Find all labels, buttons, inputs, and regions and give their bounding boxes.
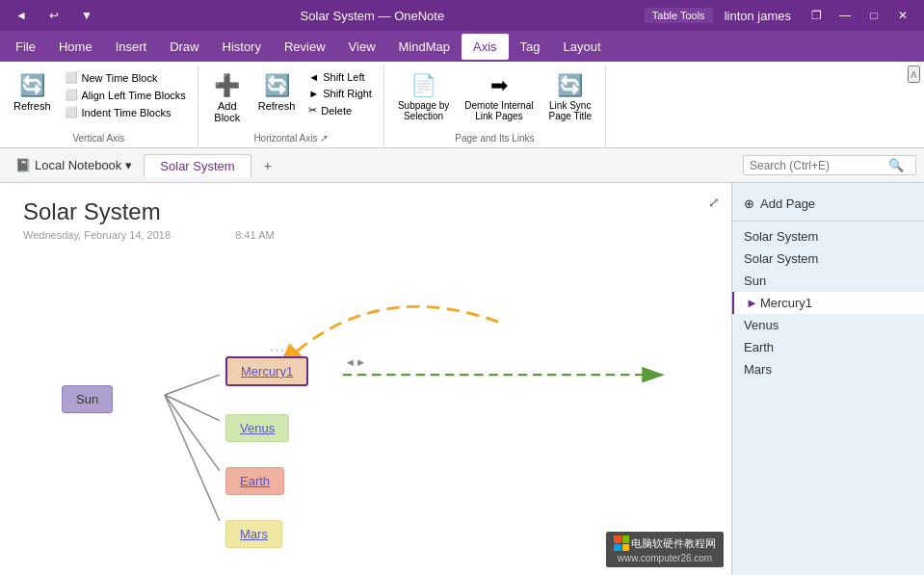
horizontal-axis-label: Horizontal Axis ↗: [253, 129, 328, 144]
menu-review[interactable]: Review: [273, 34, 337, 60]
maximize-button[interactable]: □: [860, 6, 887, 25]
mindmap-svg: ··· ◄►: [23, 260, 708, 530]
node-mars[interactable]: Mars: [225, 520, 282, 548]
watermark-logo: 电脑软硬件教程网: [614, 536, 716, 551]
page-links-label: Page and Its Links: [455, 129, 534, 144]
svg-line-1: [165, 395, 220, 421]
menu-bar: File Home Insert Draw History Review Vie…: [0, 31, 924, 62]
restore-button[interactable]: ❐: [803, 6, 830, 25]
sidebar-page-earth[interactable]: Earth: [732, 336, 924, 358]
watermark: 电脑软硬件教程网 www.computer26.com: [606, 532, 724, 567]
menu-layout[interactable]: Layout: [552, 34, 613, 60]
align-left-label: Align Left Time Blocks: [82, 90, 186, 101]
sidebar-section-title: Solar System: [732, 225, 924, 248]
menu-draw[interactable]: Draw: [158, 34, 210, 60]
expand-icon[interactable]: ↗: [320, 133, 328, 144]
title-bar: ◄ ↩ ▼ Solar System — OneNote Table Tools…: [0, 0, 924, 31]
ribbon-group-page-links: 📄 Subpage bySelection ➡ Demote InternalL…: [384, 65, 606, 147]
search-box: 🔍: [743, 155, 916, 175]
subpage-by-selection-button[interactable]: 📄 Subpage bySelection: [392, 69, 455, 125]
shift-left-icon: ◄: [308, 71, 319, 83]
sidebar-page-solar-system[interactable]: Solar System: [732, 248, 924, 270]
close-button[interactable]: ✕: [889, 6, 916, 25]
add-block-button[interactable]: ➕ AddBlock: [206, 69, 249, 127]
ribbon-refresh-small-button[interactable]: 🔄 Refresh: [252, 69, 302, 116]
quick-access-button[interactable]: ▼: [73, 6, 100, 25]
vertical-axis-label: Vertical Axis: [72, 129, 124, 144]
subpage-icon: 📄: [410, 73, 436, 98]
search-icon: 🔍: [888, 158, 904, 172]
menu-tag[interactable]: Tag: [509, 34, 552, 60]
menu-file[interactable]: File: [4, 34, 47, 60]
svg-line-2: [165, 395, 220, 471]
ribbon-shift-group: ◄ Shift Left ► Shift Right ✂ Delete: [304, 69, 376, 118]
demote-label: Demote InternalLink Pages: [464, 100, 533, 121]
undo-button[interactable]: ↩: [40, 6, 67, 25]
user-name: linton james: [725, 9, 791, 23]
menu-axis[interactable]: Axis: [462, 34, 509, 60]
add-page-label: Add Page: [760, 196, 815, 211]
expand-page-button[interactable]: ⤢: [708, 195, 720, 210]
mindmap-area: ··· ◄► Sun Mercury1 Venus Earth Mars: [23, 260, 708, 530]
link-sync-button[interactable]: 🔄 Link SyncPage Title: [542, 69, 596, 125]
window-controls: ❐ — □ ✕: [803, 6, 916, 25]
ribbon-refresh-large-button[interactable]: 🔄 Refresh: [8, 69, 57, 116]
new-tab-button[interactable]: +: [255, 153, 280, 178]
node-sun[interactable]: Sun: [62, 385, 113, 413]
shift-right-icon: ►: [308, 88, 319, 99]
node-earth[interactable]: Earth: [225, 467, 284, 495]
indent-label: Indent Time Blocks: [82, 107, 172, 118]
sidebar-page-mercury1[interactable]: ►Mercury1: [732, 292, 924, 314]
titlebar-left: ◄ ↩ ▼: [8, 6, 100, 25]
time-text: 8:41 AM: [235, 229, 274, 241]
menu-home[interactable]: Home: [47, 34, 104, 60]
subpage-label: Subpage bySelection: [398, 100, 449, 121]
indent-time-blocks-button[interactable]: ⬜ Indent Time Blocks: [61, 104, 190, 120]
svg-text:◄►: ◄►: [345, 356, 366, 368]
back-button[interactable]: ◄: [8, 6, 35, 25]
add-block-icon: ➕: [214, 73, 240, 98]
ribbon: 🔄 Refresh ⬜ New Time Block ⬜ Align Left …: [0, 62, 924, 148]
add-page-icon: ⊕: [744, 196, 754, 211]
ribbon-collapse-button[interactable]: ∧: [908, 65, 920, 83]
menu-insert[interactable]: Insert: [104, 34, 159, 60]
new-time-block-icon: ⬜: [65, 71, 78, 84]
search-input[interactable]: [750, 159, 884, 172]
delete-label: Delete: [321, 105, 352, 117]
svg-text:···: ···: [270, 342, 286, 356]
active-tab[interactable]: Solar System: [144, 154, 251, 177]
notebook-bar: 📓 Local Notebook ▾ Solar System + 🔍: [0, 148, 924, 183]
minimize-button[interactable]: —: [832, 6, 858, 25]
shift-left-button[interactable]: ◄ Shift Left: [304, 69, 376, 85]
refresh-large-icon: 🔄: [19, 73, 45, 98]
align-left-time-blocks-button[interactable]: ⬜ Align Left Time Blocks: [61, 87, 190, 103]
watermark-site: 电脑软硬件教程网: [631, 536, 716, 551]
demote-internal-link-button[interactable]: ➡ Demote InternalLink Pages: [459, 69, 539, 125]
ribbon-vertical-small-group: ⬜ New Time Block ⬜ Align Left Time Block…: [61, 69, 190, 120]
add-page-button[interactable]: ⊕ Add Page: [732, 191, 924, 217]
indent-icon: ⬜: [65, 106, 78, 118]
sidebar-page-mars[interactable]: Mars: [732, 358, 924, 380]
align-left-icon: ⬜: [65, 89, 78, 101]
svg-line-0: [165, 375, 220, 395]
menu-mindmap[interactable]: MindMap: [387, 34, 462, 60]
titlebar-right: Table Tools linton james ❐ — □ ✕: [645, 6, 916, 25]
date-text: Wednesday, February 14, 2018: [23, 229, 171, 241]
window-title: Solar System — OneNote: [301, 9, 445, 23]
menu-history[interactable]: History: [211, 34, 273, 60]
sidebar-page-sun[interactable]: Sun: [732, 270, 924, 292]
menu-view[interactable]: View: [337, 34, 387, 60]
sidebar-page-venus[interactable]: Venus: [732, 314, 924, 336]
new-time-block-label: New Time Block: [82, 72, 158, 84]
ribbon-group-vertical-axis: 🔄 Refresh ⬜ New Time Block ⬜ Align Left …: [0, 65, 198, 147]
notebook-selector[interactable]: 📓 Local Notebook ▾: [8, 154, 140, 176]
refresh-large-label: Refresh: [13, 100, 51, 112]
node-venus[interactable]: Venus: [225, 414, 289, 442]
new-time-block-button[interactable]: ⬜ New Time Block: [61, 69, 190, 86]
shift-left-label: Shift Left: [323, 71, 364, 83]
main-area: ⤢ Solar System Wednesday, February 14, 2…: [0, 183, 924, 575]
demote-icon: ➡: [490, 73, 508, 98]
delete-button[interactable]: ✂ Delete: [304, 102, 376, 118]
node-mercury1[interactable]: Mercury1: [225, 356, 308, 386]
shift-right-button[interactable]: ► Shift Right: [304, 86, 376, 101]
